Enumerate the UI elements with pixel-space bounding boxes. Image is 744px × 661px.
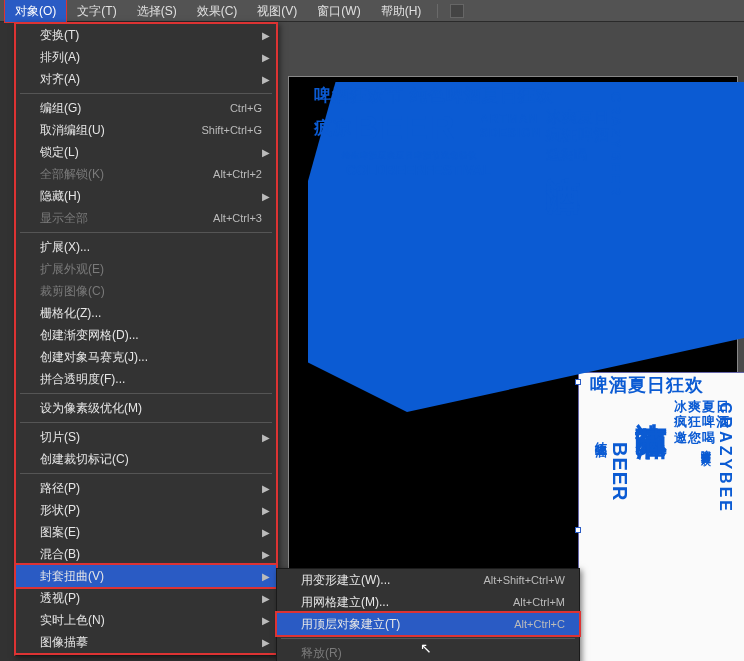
submenu-arrow-icon: ▶ bbox=[262, 615, 270, 626]
menu-object[interactable]: 对象(O) bbox=[4, 0, 67, 23]
menu-shortcut: Alt+Shift+Ctrl+W bbox=[483, 574, 565, 586]
art-text: 疯凉 bbox=[314, 116, 352, 140]
menu-separator bbox=[20, 93, 272, 94]
selection-bbox[interactable] bbox=[578, 382, 744, 661]
menu-item[interactable]: 扩展(X)... bbox=[16, 236, 276, 258]
submenu-arrow-icon: ▶ bbox=[262, 74, 270, 85]
doc-arrange-icon[interactable] bbox=[450, 4, 464, 18]
submenu-arrow-icon: ▶ bbox=[262, 527, 270, 538]
menu-item-label: 全部解锁(K) bbox=[40, 166, 213, 183]
menu-item[interactable]: 拼合透明度(F)... bbox=[16, 368, 276, 390]
menu-item-label: 混合(B) bbox=[40, 546, 262, 563]
menu-item-label: 实时上色(N) bbox=[40, 612, 262, 629]
menu-item-label: 图案(E) bbox=[40, 524, 262, 541]
art-text: CRAZYBEER bbox=[608, 92, 624, 197]
menu-shortcut: Alt+Ctrl+3 bbox=[213, 212, 262, 224]
menu-item[interactable]: 锁定(L)▶ bbox=[16, 141, 276, 163]
menu-separator bbox=[20, 232, 272, 233]
menu-item[interactable]: 变换(T)▶ bbox=[16, 24, 276, 46]
menu-shortcut: Alt+Ctrl+M bbox=[513, 596, 565, 608]
menu-item-label: 编组(G) bbox=[40, 100, 230, 117]
menu-item-label: 扩展外观(E) bbox=[40, 261, 262, 278]
menu-item-label: 显示全部 bbox=[40, 210, 213, 227]
menu-item[interactable]: 透视(P)▶ bbox=[16, 587, 276, 609]
menu-item[interactable]: 创建渐变网格(D)... bbox=[16, 324, 276, 346]
menubar-separator bbox=[437, 4, 438, 18]
menu-view[interactable]: 视图(V) bbox=[247, 0, 307, 22]
envelope-distort-submenu: 用变形建立(W)...Alt+Shift+Ctrl+W用网格建立(M)...Al… bbox=[276, 568, 580, 661]
menu-item[interactable]: 栅格化(Z)... bbox=[16, 302, 276, 324]
menu-item[interactable]: 路径(P)▶ bbox=[16, 477, 276, 499]
menu-item[interactable]: 图案(E)▶ bbox=[16, 521, 276, 543]
menu-item[interactable]: 形状(P)▶ bbox=[16, 499, 276, 521]
menu-help[interactable]: 帮助(H) bbox=[371, 0, 432, 22]
menu-select[interactable]: 选择(S) bbox=[127, 0, 187, 22]
menu-separator bbox=[281, 638, 575, 639]
menu-item-label: 封套扭曲(V) bbox=[40, 568, 262, 585]
menu-effect[interactable]: 效果(C) bbox=[187, 0, 248, 22]
menu-separator bbox=[20, 473, 272, 474]
art-text: 纯生啤酒夏爽夏日啤酒节邀您畅饮 bbox=[342, 150, 477, 161]
menu-item: 显示全部Alt+Ctrl+3 bbox=[16, 207, 276, 229]
art-text: SDESIGN bbox=[480, 126, 541, 140]
submenu-item-label: 释放(R) bbox=[301, 645, 565, 662]
menu-item-label: 拼合透明度(F)... bbox=[40, 371, 262, 388]
submenu-item[interactable]: 用变形建立(W)...Alt+Shift+Ctrl+W bbox=[277, 569, 579, 591]
submenu-arrow-icon: ▶ bbox=[262, 147, 270, 158]
menu-shortcut: Ctrl+G bbox=[230, 102, 262, 114]
menu-item-label: 变换(T) bbox=[40, 27, 262, 44]
menu-item-label: 创建渐变网格(D)... bbox=[40, 327, 262, 344]
menu-item[interactable]: 设为像素级优化(M) bbox=[16, 397, 276, 419]
menu-separator bbox=[20, 422, 272, 423]
menubar-extras bbox=[450, 4, 464, 18]
menu-item-label: 锁定(L) bbox=[40, 144, 262, 161]
submenu-item[interactable]: 用顶层对象建立(T)Alt+Ctrl+C bbox=[277, 613, 579, 635]
menu-item-label: 图像描摹 bbox=[40, 634, 262, 651]
art-text: 冰爽夏日 bbox=[546, 108, 610, 127]
canvas-area[interactable]: 啤酒狂欢节 纯色啤酒夏日狂欢 疯凉 BEER ARTMAN SDESIGN 冰爽… bbox=[278, 22, 744, 661]
menu-item[interactable]: 创建裁切标记(C) bbox=[16, 448, 276, 470]
submenu-arrow-icon: ▶ bbox=[262, 593, 270, 604]
menu-item-label: 切片(S) bbox=[40, 429, 262, 446]
menu-window[interactable]: 窗口(W) bbox=[307, 0, 370, 22]
menu-item[interactable]: 编组(G)Ctrl+G bbox=[16, 97, 276, 119]
submenu-arrow-icon: ▶ bbox=[262, 52, 270, 63]
menu-item[interactable]: 切片(S)▶ bbox=[16, 426, 276, 448]
menu-item-label: 创建裁切标记(C) bbox=[40, 451, 262, 468]
art-text: ARTMAN bbox=[480, 112, 538, 126]
menu-item-label: 对齐(A) bbox=[40, 71, 262, 88]
menu-text[interactable]: 文字(T) bbox=[67, 0, 126, 22]
menubar: 对象(O) 文字(T) 选择(S) 效果(C) 视图(V) 窗口(W) 帮助(H… bbox=[0, 0, 744, 22]
menu-shortcut: Alt+Ctrl+C bbox=[514, 618, 565, 630]
menu-shortcut: Alt+Ctrl+2 bbox=[213, 168, 262, 180]
menu-item-label: 排列(A) bbox=[40, 49, 262, 66]
menu-item[interactable]: 实时上色(N)▶ bbox=[16, 609, 276, 631]
menu-item-label: 形状(P) bbox=[40, 502, 262, 519]
menu-item: 扩展外观(E) bbox=[16, 258, 276, 280]
menu-item[interactable]: 对齐(A)▶ bbox=[16, 68, 276, 90]
menu-item[interactable]: 隐藏(H)▶ bbox=[16, 185, 276, 207]
object-menu-dropdown: 变换(T)▶排列(A)▶对齐(A)▶编组(G)Ctrl+G取消编组(U)Shif… bbox=[14, 22, 278, 656]
art-text: BEER bbox=[354, 108, 456, 147]
submenu-arrow-icon: ▶ bbox=[262, 483, 270, 494]
menu-item[interactable]: 取消编组(U)Shift+Ctrl+G bbox=[16, 119, 276, 141]
menu-item[interactable]: 混合(B)▶ bbox=[16, 543, 276, 565]
submenu-arrow-icon: ▶ bbox=[262, 571, 270, 582]
submenu-arrow-icon: ▶ bbox=[262, 191, 270, 202]
menu-item-label: 裁剪图像(C) bbox=[40, 283, 262, 300]
menu-item-label: 创建对象马赛克(J)... bbox=[40, 349, 262, 366]
submenu-arrow-icon: ▶ bbox=[262, 432, 270, 443]
menu-item[interactable]: 创建对象马赛克(J)... bbox=[16, 346, 276, 368]
menu-item[interactable]: 图像描摹▶ bbox=[16, 631, 276, 653]
menu-item[interactable]: 排列(A)▶ bbox=[16, 46, 276, 68]
menu-item-label: 设为像素级优化(M) bbox=[40, 400, 262, 417]
art-text: COLDBEERFESTIVAL bbox=[346, 162, 491, 178]
menu-item-label: 隐藏(H) bbox=[40, 188, 262, 205]
menu-item[interactable]: 封套扭曲(V)▶ bbox=[16, 565, 276, 587]
submenu-arrow-icon: ▶ bbox=[262, 549, 270, 560]
menu-separator bbox=[20, 393, 272, 394]
submenu-item-label: 用变形建立(W)... bbox=[301, 572, 483, 589]
menu-item-label: 路径(P) bbox=[40, 480, 262, 497]
menu-item-label: 栅格化(Z)... bbox=[40, 305, 262, 322]
submenu-item[interactable]: 用网格建立(M)...Alt+Ctrl+M bbox=[277, 591, 579, 613]
